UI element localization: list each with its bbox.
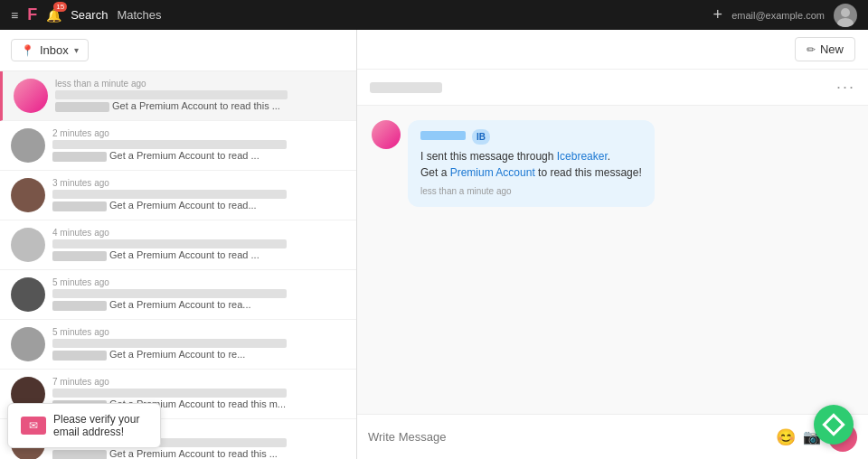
msg-avatar (14, 79, 48, 113)
plus-icon[interactable]: + (713, 5, 723, 24)
msg-content: 2 minutes ago Get a Premium Account to r… (52, 128, 345, 162)
message-bubble-wrapper: IB I sent this message through Icebreake… (372, 120, 854, 207)
msg-preview: Get a Premium Account to re... (52, 349, 345, 361)
hamburger-icon[interactable]: ≡ (11, 8, 18, 23)
msg-sender-name (52, 239, 287, 248)
logo-icon[interactable]: F (27, 5, 37, 24)
msg-preview: Get a Premium Account to read ... (52, 150, 345, 162)
pin-icon: 📍 (21, 44, 34, 57)
message-input[interactable] (368, 430, 769, 444)
messages-list[interactable]: less than a minute ago Get a Premium Acc… (0, 71, 356, 459)
chat-messages: IB I sent this message through Icebreake… (357, 106, 868, 414)
emoji-icon[interactable]: 😊 (776, 427, 796, 447)
message-bubble: IB I sent this message through Icebreake… (408, 120, 655, 207)
bubble-time: less than a minute ago (420, 184, 642, 198)
notification-badge: 15 (53, 2, 67, 12)
bell-wrapper[interactable]: 🔔 15 (46, 7, 61, 23)
svg-point-0 (841, 8, 850, 17)
msg-blurred-name (52, 251, 107, 261)
bubble-text-line1: I sent this message through (420, 150, 557, 163)
msg-time: 3 minutes ago (52, 178, 345, 188)
msg-preview: Get a Premium Account to read ... (52, 249, 345, 261)
msg-preview: Get a Premium Account to read... (52, 200, 345, 211)
premium-text-post: to read this message! (535, 166, 642, 179)
nav-left: ≡ F 🔔 15 Search Matches (11, 5, 703, 24)
msg-time: 4 minutes ago (52, 228, 345, 238)
main-container: 📍 Inbox ▾ less than a minute ago Get a P… (0, 30, 868, 459)
msg-content: 5 minutes ago Get a Premium Account to r… (52, 277, 345, 311)
msg-time: 2 minutes ago (52, 128, 345, 138)
sender-tag: IB (420, 129, 642, 145)
ib-badge: IB (472, 129, 490, 145)
email-verify-toast: ✉ Please verify your email address! (7, 403, 161, 448)
chevron-down-icon: ▾ (74, 45, 79, 55)
bubble-period: . (608, 150, 610, 163)
bubble-text: I sent this message through Icebreaker. … (420, 148, 642, 181)
msg-blurred-name (52, 301, 107, 311)
more-options-icon[interactable]: ··· (836, 78, 855, 97)
msg-content: 5 minutes ago Get a Premium Account to r… (52, 327, 345, 361)
right-header: ✏ New (357, 30, 868, 70)
top-navigation: ≡ F 🔔 15 Search Matches + email@example.… (0, 0, 868, 30)
message-item[interactable]: less than a minute ago Get a Premium Acc… (0, 71, 356, 121)
msg-sender-name (52, 289, 287, 298)
msg-time: 7 minutes ago (52, 377, 345, 387)
chat-header: ··· (357, 70, 868, 106)
msg-content: less than a minute ago Get a Premium Acc… (55, 79, 345, 112)
msg-content: 4 minutes ago Get a Premium Account to r… (52, 228, 345, 261)
avatar[interactable] (834, 4, 857, 27)
message-item[interactable]: 3 minutes ago Get a Premium Account to r… (0, 171, 356, 220)
icebreaker-link[interactable]: Icebreaker (557, 150, 608, 163)
user-email: email@example.com (731, 10, 825, 21)
msg-preview: Get a Premium Account to read this ... (55, 100, 345, 112)
msg-sender-name (52, 339, 287, 348)
chat-input-area: 😊 📷 ➤ (357, 414, 868, 459)
msg-time: less than a minute ago (55, 79, 345, 89)
diamond-fab-button[interactable] (814, 405, 854, 445)
toast-message: Please verify your email address! (53, 413, 147, 438)
svg-point-1 (837, 18, 854, 27)
right-panel: ✏ New ··· IB I sent this message through… (357, 30, 868, 459)
msg-preview: Get a Premium Account to read this ... (52, 448, 345, 459)
msg-preview: Get a Premium Account to rea... (52, 299, 345, 311)
matches-nav-link[interactable]: Matches (117, 8, 161, 22)
msg-time: 5 minutes ago (52, 327, 345, 337)
msg-avatar (11, 128, 45, 163)
msg-avatar (11, 228, 45, 262)
msg-sender-name (52, 190, 287, 199)
msg-avatar (11, 277, 45, 312)
message-item[interactable]: 5 minutes ago Get a Premium Account to r… (0, 320, 356, 370)
msg-sender-name (52, 389, 287, 398)
inbox-label: Inbox (40, 43, 69, 57)
msg-blurred-name (52, 351, 107, 361)
msg-blurred-name (55, 102, 109, 112)
msg-content: 3 minutes ago Get a Premium Account to r… (52, 178, 345, 211)
search-nav-link[interactable]: Search (71, 8, 108, 22)
envelope-icon: ✉ (21, 417, 46, 435)
message-item[interactable]: 4 minutes ago Get a Premium Account to r… (0, 220, 356, 270)
msg-blurred-name (52, 152, 107, 162)
new-button[interactable]: ✏ New (795, 37, 855, 61)
msg-sender-name (55, 90, 288, 99)
chat-header-name (370, 82, 442, 93)
left-panel: 📍 Inbox ▾ less than a minute ago Get a P… (0, 30, 357, 459)
diamond-icon (822, 413, 844, 436)
msg-avatar (11, 178, 45, 212)
bubble-avatar (372, 120, 401, 149)
premium-text-pre: Get a (420, 166, 450, 179)
message-item[interactable]: 2 minutes ago Get a Premium Account to r… (0, 121, 356, 171)
new-button-label: New (820, 42, 844, 56)
pencil-icon: ✏ (807, 43, 816, 56)
msg-avatar (11, 327, 45, 361)
sender-name-blurred (420, 131, 466, 140)
inbox-header: 📍 Inbox ▾ (0, 30, 356, 71)
premium-account-link[interactable]: Premium Account (450, 166, 535, 179)
inbox-selector[interactable]: 📍 Inbox ▾ (11, 39, 89, 61)
message-item[interactable]: 5 minutes ago Get a Premium Account to r… (0, 270, 356, 320)
msg-time: 5 minutes ago (52, 277, 345, 287)
nav-right: + email@example.com (713, 4, 857, 27)
msg-blurred-name (52, 201, 107, 211)
msg-blurred-name (52, 450, 107, 459)
msg-sender-name (52, 140, 287, 149)
